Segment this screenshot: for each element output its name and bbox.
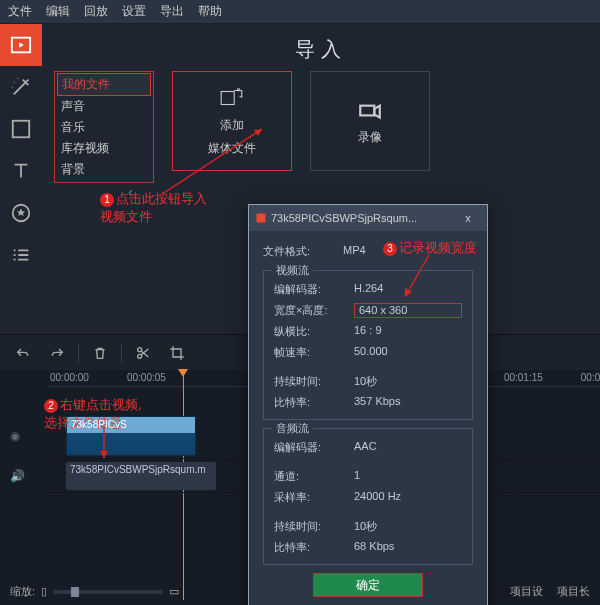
channels-value: 1: [354, 469, 462, 484]
category-my-files[interactable]: 我的文件: [57, 73, 151, 96]
samplerate-value: 24000 Hz: [354, 490, 462, 505]
speaker-icon[interactable]: 🔊: [10, 469, 25, 483]
file-format-value: MP4: [343, 244, 473, 259]
sidebar-effects[interactable]: [0, 66, 42, 108]
audio-clip[interactable]: 73k58PICvSBWPSjpRsqum.m: [66, 462, 216, 490]
magic-wand-icon: [10, 76, 32, 98]
media-add-icon: [219, 85, 245, 111]
ok-button[interactable]: 确定: [313, 573, 423, 597]
page-title: 导入: [54, 36, 588, 63]
add-media-label2: 媒体文件: [208, 140, 256, 157]
menu-file[interactable]: 文件: [8, 3, 32, 20]
film-play-icon: [10, 34, 32, 56]
video-dimensions-value: 640 x 360: [354, 303, 462, 318]
video-duration-value: 10秒: [354, 374, 462, 389]
video-stream-group: 视频流 编解码器:H.264 宽度×高度:640 x 360 纵横比:16 : …: [263, 270, 473, 420]
audio-duration-value: 10秒: [354, 519, 462, 534]
redo-button[interactable]: [44, 340, 70, 366]
zoom-slider[interactable]: [53, 590, 163, 594]
list-icon: [10, 244, 32, 266]
dialog-close-button[interactable]: x: [455, 212, 481, 224]
scissors-icon: [135, 345, 151, 361]
video-bitrate-value: 357 Kbps: [354, 395, 462, 410]
zoom-control[interactable]: 缩放: ▯ ▭: [10, 584, 179, 599]
category-stock-video[interactable]: 库存视频: [57, 138, 151, 159]
tool-sidebar: [0, 24, 42, 334]
video-clip[interactable]: 73k58PICvS: [66, 416, 196, 456]
undo-icon: [15, 345, 31, 361]
sidebar-more[interactable]: [0, 234, 42, 276]
category-music[interactable]: 音乐: [57, 117, 151, 138]
category-background[interactable]: 背景: [57, 159, 151, 180]
record-label: 录像: [358, 129, 382, 146]
category-sound[interactable]: 声音: [57, 96, 151, 117]
framerate-value: 50.000: [354, 345, 462, 360]
menu-playback[interactable]: 回放: [84, 3, 108, 20]
redo-icon: [49, 345, 65, 361]
status-right: 项目设 项目长: [510, 584, 590, 599]
annotation-1: 1点击此按钮导入 视频文件: [100, 190, 207, 226]
trash-icon: [92, 345, 108, 361]
record-tile[interactable]: 录像: [310, 71, 430, 171]
collapse-panel[interactable]: ‹: [128, 184, 133, 200]
menu-export[interactable]: 导出: [160, 3, 184, 20]
svg-rect-3: [221, 92, 234, 105]
cut-button[interactable]: [130, 340, 156, 366]
sidebar-transitions[interactable]: [0, 108, 42, 150]
menu-settings[interactable]: 设置: [122, 3, 146, 20]
svg-rect-1: [13, 121, 30, 138]
app-icon: [255, 212, 267, 224]
undo-button[interactable]: [10, 340, 36, 366]
svg-rect-4: [360, 105, 374, 115]
text-icon: [10, 160, 32, 182]
crop-button[interactable]: [164, 340, 190, 366]
camera-icon: [357, 97, 383, 123]
menubar: 文件 编辑 回放 设置 导出 帮助: [0, 0, 600, 24]
video-codec-value: H.264: [354, 282, 462, 297]
aspect-ratio-value: 16 : 9: [354, 324, 462, 339]
dialog-title: 73k58PICvSBWPSjpRsqum...: [271, 212, 417, 224]
svg-rect-11: [257, 214, 266, 223]
audio-codec-value: AAC: [354, 440, 462, 455]
add-media-tile[interactable]: 添加 媒体文件: [172, 71, 292, 171]
delete-button[interactable]: [87, 340, 113, 366]
menu-help[interactable]: 帮助: [198, 3, 222, 20]
audio-stream-group: 音频流 编解码器:AAC 通道:1 采样率:24000 Hz 持续时间:10秒 …: [263, 428, 473, 565]
file-info-dialog: 73k58PICvSBWPSjpRsqum... x 文件格式:MP4 3记录视…: [248, 204, 488, 605]
menu-edit[interactable]: 编辑: [46, 3, 70, 20]
sidebar-stickers[interactable]: [0, 192, 42, 234]
category-list: 我的文件 声音 音乐 库存视频 背景: [54, 71, 154, 183]
add-media-label1: 添加: [220, 117, 244, 134]
star-circle-icon: [10, 202, 32, 224]
dialog-titlebar[interactable]: 73k58PICvSBWPSjpRsqum... x: [249, 205, 487, 231]
filmstrip-icon: [10, 118, 32, 140]
eye-icon[interactable]: ◉: [10, 429, 20, 443]
sidebar-import[interactable]: [0, 24, 42, 66]
crop-icon: [169, 345, 185, 361]
audio-bitrate-value: 68 Kbps: [354, 540, 462, 555]
sidebar-text[interactable]: [0, 150, 42, 192]
